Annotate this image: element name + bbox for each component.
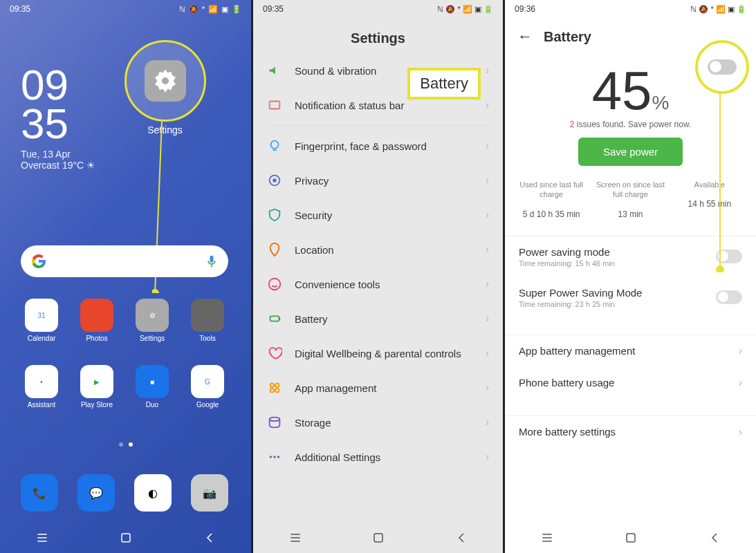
- chevron-right-icon: ›: [486, 64, 489, 77]
- toggle-callout: [695, 40, 749, 94]
- back-icon[interactable]: [708, 532, 721, 544]
- settings-item-finger[interactable]: Fingerprint, face & password›: [253, 129, 503, 163]
- back-icon[interactable]: [203, 532, 216, 544]
- settings-item-heart[interactable]: Digital Wellbeing & parental controls›: [253, 336, 503, 371]
- issues-label: 2 issues found. Save power now.: [505, 120, 756, 129]
- mode-title: Super Power Saving Mode: [519, 287, 642, 299]
- usage-stats: Used since last full charge5 d 10 h 35 m…: [505, 180, 756, 219]
- camera-icon[interactable]: 📷: [191, 474, 228, 512]
- chevron-right-icon: ›: [486, 416, 489, 429]
- svg-point-15: [270, 456, 273, 458]
- app-settings[interactable]: ⚙Settings: [131, 299, 173, 342]
- app-photos[interactable]: Photos: [76, 299, 118, 342]
- heart-icon: [267, 346, 282, 361]
- settings-screen: 09:35 ℕ 🔕 * 📶 ▣ 🔋 Settings Sound & vibra…: [251, 0, 505, 553]
- back-icon[interactable]: [455, 532, 468, 544]
- clock-widget[interactable]: 09 35 Tue, 13 Apr Overcast 19°C ☀: [21, 66, 95, 171]
- app-tools[interactable]: Tools: [187, 299, 228, 342]
- settings-label: Convenience tools: [295, 279, 473, 290]
- google-search-bar[interactable]: [21, 245, 228, 277]
- svg-rect-8: [270, 316, 279, 321]
- settings-item-smile[interactable]: Convenience tools›: [253, 267, 503, 301]
- home-icon[interactable]: [372, 532, 385, 544]
- toggle-switch[interactable]: [716, 290, 742, 304]
- svg-rect-3: [270, 102, 280, 109]
- battery-link-row[interactable]: More battery settings›: [505, 416, 756, 448]
- dock: 📞💬◐📷: [21, 474, 228, 512]
- stat-label: Used since last full charge: [513, 180, 591, 200]
- app-icon: [191, 299, 224, 332]
- page-title: Battery: [544, 29, 591, 45]
- chrome-icon[interactable]: ◐: [134, 474, 172, 512]
- sound-icon: [267, 63, 282, 78]
- battery-link-row[interactable]: Phone battery usage›: [505, 367, 756, 399]
- weather-label: Overcast 19°C ☀: [21, 160, 95, 171]
- gear-icon: [145, 60, 186, 102]
- stat-label: Available: [670, 180, 748, 189]
- settings-label: Digital Wellbeing & parental controls: [295, 348, 473, 359]
- svg-rect-9: [279, 317, 280, 320]
- home-icon[interactable]: [120, 532, 132, 544]
- sun-icon: ☀: [86, 160, 95, 171]
- settings-item-storage[interactable]: Storage›: [253, 405, 503, 440]
- nfc-icon: ℕ: [179, 5, 185, 14]
- back-button[interactable]: ←: [517, 28, 533, 46]
- chevron-right-icon: ›: [486, 451, 489, 463]
- link-label: More battery settings: [519, 426, 616, 438]
- date-label: Tue, 13 Apr: [21, 149, 95, 160]
- menu-icon[interactable]: [35, 531, 49, 545]
- settings-label: Notification & status bar: [295, 100, 473, 111]
- app-icon: ■: [136, 365, 169, 398]
- svg-point-13: [275, 388, 279, 393]
- status-time: 09:36: [515, 4, 535, 14]
- security-icon: [267, 207, 282, 223]
- toggle-switch[interactable]: [716, 250, 742, 263]
- home-icon[interactable]: [625, 532, 637, 544]
- app-label: Calendar: [28, 335, 56, 342]
- app-icon: G: [191, 365, 224, 398]
- status-time: 09:35: [263, 4, 284, 14]
- settings-label: Fingerprint, face & password: [295, 140, 473, 152]
- settings-item-battery[interactable]: Battery›: [253, 301, 503, 336]
- app-calendar[interactable]: 31Calendar: [21, 299, 62, 342]
- app-play-store[interactable]: ▶Play Store: [76, 365, 118, 409]
- stat-value: 13 min: [591, 209, 670, 219]
- menu-icon[interactable]: [540, 531, 554, 545]
- settings-callout[interactable]: Settings: [122, 40, 208, 143]
- app-row-2: •Assistant▶Play Store■DuoGGoogle: [21, 365, 228, 409]
- app-label: Tools: [199, 335, 215, 342]
- svg-point-1: [152, 289, 159, 293]
- chevron-right-icon: ›: [739, 426, 742, 438]
- settings-list: Sound & vibration›Notification & status …: [253, 53, 503, 474]
- app-label: Duo: [146, 401, 158, 409]
- app-label: Photos: [86, 335, 107, 342]
- toggle-icon: [708, 59, 737, 75]
- chevron-right-icon: ›: [486, 347, 489, 359]
- power-mode-row: Super Power Saving ModeTime remaining: 2…: [505, 277, 756, 318]
- settings-item-apps[interactable]: App management›: [253, 371, 503, 405]
- settings-item-security[interactable]: Security›: [253, 198, 503, 232]
- menu-icon[interactable]: [288, 531, 302, 545]
- app-assistant[interactable]: •Assistant: [21, 365, 62, 409]
- app-google[interactable]: GGoogle: [187, 365, 228, 409]
- mic-icon[interactable]: [205, 254, 219, 268]
- svg-rect-23: [627, 534, 635, 542]
- status-icons: ℕ 🔕 * 📶 ▣ 🔋: [690, 5, 746, 14]
- messages-icon[interactable]: 💬: [77, 474, 115, 512]
- settings-label: Battery: [295, 313, 473, 325]
- save-power-button[interactable]: Save power: [578, 138, 683, 166]
- stat-col: Used since last full charge5 d 10 h 35 m…: [513, 180, 591, 219]
- stat-label: Screen on since last full charge: [591, 180, 670, 200]
- chevron-right-icon: ›: [739, 377, 742, 389]
- settings-item-privacy[interactable]: Privacy›: [253, 163, 503, 198]
- app-duo[interactable]: ■Duo: [131, 365, 173, 409]
- power-modes: Power saving modeTime remaining: 15 h 46…: [505, 236, 756, 318]
- status-bar: 09:35 ℕ 🔕 * 📶 ▣ 🔋: [0, 0, 251, 18]
- battery-links: App battery management›Phone battery usa…: [505, 335, 756, 448]
- stat-value: 14 h 55 min: [670, 199, 748, 209]
- battery-link-row[interactable]: App battery management›: [505, 335, 756, 367]
- settings-item-additional[interactable]: Additional Settings›: [253, 440, 503, 474]
- phone-icon[interactable]: 📞: [21, 474, 58, 512]
- settings-item-location[interactable]: Location›: [253, 232, 503, 267]
- settings-label: Location: [295, 244, 473, 256]
